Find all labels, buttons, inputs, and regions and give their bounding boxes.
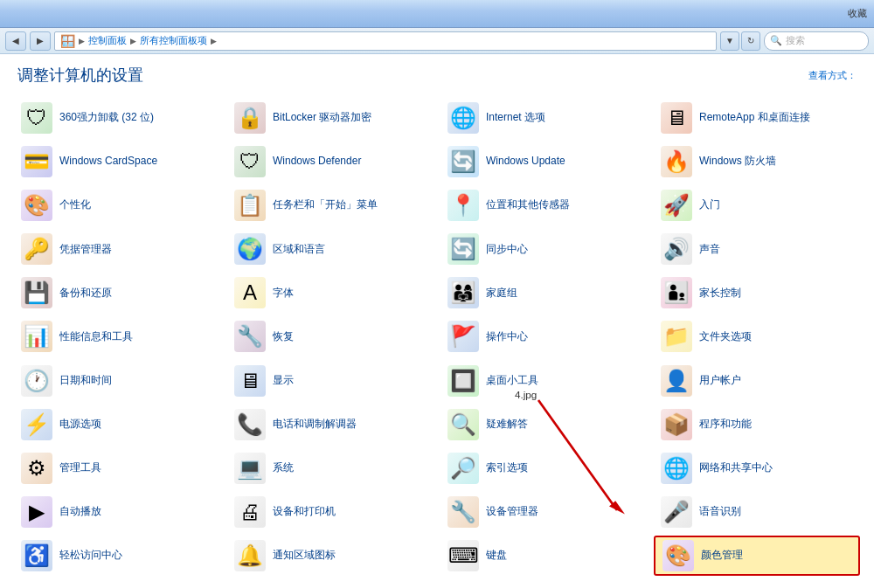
item-folder[interactable]: 📁文件夹选项 (654, 316, 860, 356)
item-autoplay[interactable]: ▶自动播放 (14, 492, 220, 532)
item-devices[interactable]: 🖨设备和打印机 (227, 492, 434, 532)
item-360-label: 360强力卸载 (32 位) (59, 111, 154, 125)
item-programs-icon: 📦 (661, 409, 692, 440)
item-admin[interactable]: ⚙管理工具 (14, 448, 220, 488)
item-action-label: 操作中心 (486, 330, 528, 344)
item-access[interactable]: ♿轻松访问中心 (14, 536, 220, 576)
item-taskbar[interactable]: 📋任务栏和「开始」菜单 (227, 185, 434, 225)
address-path: 🪟 ▶ 控制面板 ▶ 所有控制面板项 ▶ (54, 31, 717, 51)
item-display-label: 显示 (273, 374, 294, 388)
item-datetime[interactable]: 🕐日期和时间 (14, 361, 220, 401)
item-phone-label: 电话和调制解调器 (273, 418, 357, 432)
item-sync[interactable]: 🔄同步中心 (440, 229, 647, 269)
item-index[interactable]: 🔎索引选项 (440, 448, 647, 488)
item-power-label: 电源选项 (59, 418, 101, 432)
item-getstart-label: 入门 (699, 198, 720, 212)
item-taskbar-label: 任务栏和「开始」菜单 (273, 198, 378, 212)
path-segment-1[interactable]: 控制面板 (88, 34, 127, 47)
item-internet-label: Internet 选项 (486, 111, 545, 125)
item-color-label: 颜色管理 (701, 549, 743, 563)
item-360[interactable]: 🛡360强力卸载 (32 位) (14, 98, 220, 138)
item-user-icon: 👤 (661, 365, 692, 397)
item-homegroup[interactable]: 👨‍👩‍👧家庭组 (440, 273, 647, 313)
item-notify[interactable]: 🔔通知区域图标 (227, 536, 434, 576)
item-font-icon: A (234, 277, 266, 308)
item-homegroup-icon: 👨‍👩‍👧 (447, 277, 479, 308)
item-devices-icon: 🖨 (234, 496, 266, 528)
item-network-icon: 🌐 (661, 453, 692, 484)
item-internet[interactable]: 🌐Internet 选项 (440, 98, 647, 138)
item-trouble[interactable]: 🔍疑难解答 (440, 405, 647, 445)
item-parental-icon: 👨‍👦 (661, 277, 692, 308)
item-getstart[interactable]: 🚀入门 (654, 185, 860, 225)
item-devmgr[interactable]: 🔧设备管理器 (440, 492, 647, 532)
forward-button[interactable]: ▶ (30, 31, 51, 51)
item-perf-label: 性能信息和工具 (59, 330, 133, 344)
path-arrow-1: ▶ (79, 37, 85, 45)
item-defender[interactable]: 🛡Windows Defender (227, 142, 434, 182)
item-admin-icon: ⚙ (21, 453, 52, 484)
item-parental[interactable]: 👨‍👦家长控制 (654, 273, 860, 313)
back-button[interactable]: ◀ (5, 31, 26, 51)
item-user[interactable]: 👤用户帐户 (654, 361, 860, 401)
item-color[interactable]: 🎨颜色管理 (654, 536, 860, 576)
item-firewall[interactable]: 🔥Windows 防火墙 (654, 142, 860, 182)
item-cardspace[interactable]: 💳Windows CardSpace (14, 142, 220, 182)
dropdown-button[interactable]: ▼ (720, 31, 739, 51)
item-phone[interactable]: 📞电话和调制解调器 (227, 405, 434, 445)
item-backup[interactable]: 💾备份和还原 (14, 273, 220, 313)
item-speech[interactable]: 🎤语音识别 (654, 492, 860, 532)
item-remote[interactable]: 🖥RemoteApp 和桌面连接 (654, 98, 860, 138)
item-gadget[interactable]: 🔲桌面小工具 (440, 361, 647, 401)
item-network[interactable]: 🌐网络和共享中心 (654, 448, 860, 488)
item-homegroup-label: 家庭组 (486, 287, 517, 301)
item-backup-label: 备份和还原 (59, 287, 112, 301)
item-perf[interactable]: 📊性能信息和工具 (14, 316, 220, 356)
path-arrow-2: ▶ (130, 37, 136, 45)
item-index-icon: 🔎 (447, 453, 479, 484)
item-action-icon: 🚩 (447, 321, 479, 352)
item-programs[interactable]: 📦程序和功能 (654, 405, 860, 445)
item-region[interactable]: 🌍区域和语言 (227, 229, 434, 269)
item-location[interactable]: 📍位置和其他传感器 (440, 185, 647, 225)
item-system-label: 系统 (273, 461, 294, 475)
item-defender-label: Windows Defender (273, 155, 361, 169)
item-wupdate[interactable]: 🔄Windows Update (440, 142, 647, 182)
item-font[interactable]: A字体 (227, 273, 434, 313)
item-access-icon: ♿ (21, 540, 52, 571)
item-recovery[interactable]: 🔧恢复 (227, 316, 434, 356)
item-cardspace-label: Windows CardSpace (59, 155, 157, 169)
item-keyboard[interactable]: ⌨键盘 (440, 536, 647, 576)
item-folder-icon: 📁 (661, 321, 692, 352)
item-notify-label: 通知区域图标 (273, 549, 336, 563)
item-recovery-icon: 🔧 (234, 321, 266, 352)
item-bitlocker-icon: 🔒 (234, 102, 266, 134)
item-location-label: 位置和其他传感器 (486, 198, 570, 212)
item-wupdate-label: Windows Update (486, 155, 565, 169)
item-action[interactable]: 🚩操作中心 (440, 316, 647, 356)
item-credential-icon: 🔑 (21, 233, 52, 265)
path-segment-2[interactable]: 所有控制面板项 (140, 34, 207, 47)
item-credential-label: 凭据管理器 (59, 243, 112, 257)
search-box[interactable]: 🔍 搜索 (764, 31, 869, 51)
item-credential[interactable]: 🔑凭据管理器 (14, 229, 220, 269)
item-devices-label: 设备和打印机 (273, 505, 336, 519)
title-bar-right: 收藏 (848, 7, 867, 20)
item-bitlocker-label: BitLocker 驱动器加密 (273, 111, 371, 125)
item-datetime-icon: 🕐 (21, 365, 52, 397)
item-firewall-icon: 🔥 (661, 146, 692, 177)
item-bitlocker[interactable]: 🔒BitLocker 驱动器加密 (227, 98, 434, 138)
view-mode[interactable]: 查看方式： (808, 69, 857, 82)
refresh-button[interactable]: ↻ (741, 31, 760, 51)
item-sound[interactable]: 🔊声音 (654, 229, 860, 269)
item-system[interactable]: 💻系统 (227, 448, 434, 488)
item-power[interactable]: ⚡电源选项 (14, 405, 220, 445)
item-display[interactable]: 🖥显示 (227, 361, 434, 401)
address-bar: ◀ ▶ 🪟 ▶ 控制面板 ▶ 所有控制面板项 ▶ ▼ ↻ 🔍 搜索 (0, 28, 874, 54)
item-autoplay-label: 自动播放 (59, 505, 101, 519)
item-speech-icon: 🎤 (661, 496, 692, 528)
item-location-icon: 📍 (447, 190, 479, 221)
item-personal[interactable]: 🎨个性化 (14, 185, 220, 225)
item-cardspace-icon: 💳 (21, 146, 52, 177)
item-index-label: 索引选项 (486, 461, 528, 475)
